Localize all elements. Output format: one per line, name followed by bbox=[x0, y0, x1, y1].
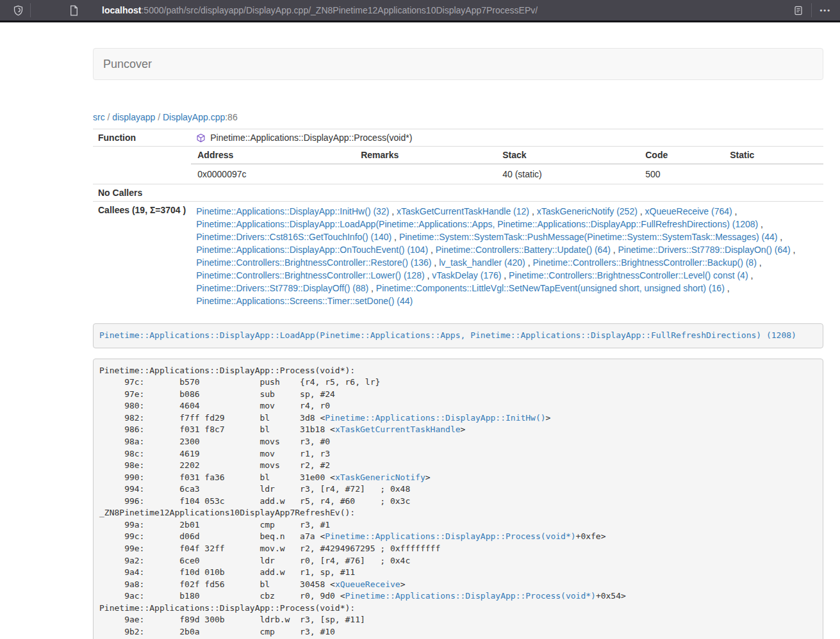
empty-label bbox=[93, 147, 191, 184]
col-static: Static bbox=[723, 147, 823, 164]
breadcrumb-line-number: :86 bbox=[225, 112, 237, 122]
page-icon[interactable] bbox=[69, 5, 79, 16]
browser-url-bar[interactable]: localhost:5000/path/src/displayapp/Displ… bbox=[0, 0, 840, 22]
symbol-link[interactable]: xQueueReceive bbox=[335, 579, 400, 589]
function-name-cell: Pinetime::Applications::DisplayApp::Proc… bbox=[191, 129, 823, 147]
callee-link[interactable]: Pinetime::Applications::Screens::Timer::… bbox=[196, 296, 413, 306]
symbol-link[interactable]: xTaskGenericNotify bbox=[335, 473, 425, 482]
callee-link[interactable]: Pinetime::Applications::DisplayApp::OnTo… bbox=[196, 245, 428, 255]
table-row: 0x0000097c 40 (static) 500 bbox=[191, 164, 823, 184]
function-name: Pinetime::Applications::DisplayApp::Proc… bbox=[210, 133, 412, 143]
page-container: Puncover src / displayapp / DisplayApp.c… bbox=[93, 48, 823, 639]
callee-link[interactable]: Pinetime::Applications::DisplayApp::Init… bbox=[196, 206, 389, 216]
symbol-link[interactable]: Pinetime::Applications::DisplayApp::Proc… bbox=[345, 591, 596, 601]
callee-link[interactable]: xTaskGenericNotify (252) bbox=[537, 206, 638, 216]
callee-link[interactable]: Pinetime::Controllers::BrightnessControl… bbox=[532, 257, 756, 268]
urlbar-divider bbox=[30, 3, 31, 17]
no-callers-label: No Callers bbox=[93, 184, 191, 202]
url-host: localhost bbox=[102, 5, 141, 15]
callees-row: Callees (19, Σ=3704 ) Pinetime::Applicat… bbox=[93, 202, 823, 311]
callee-link[interactable]: Pinetime::Applications::DisplayApp::Load… bbox=[196, 219, 758, 229]
callee-link[interactable]: Pinetime::Components::LittleVgl::SetNewT… bbox=[376, 283, 725, 293]
col-code: Code bbox=[639, 147, 723, 164]
menu-dots-icon[interactable]: ••• bbox=[819, 6, 831, 14]
col-stack: Stack bbox=[496, 147, 639, 164]
breadcrumb-separator: / bbox=[105, 112, 113, 122]
symbol-table: Function Pinetime::Applications::Display… bbox=[93, 129, 823, 311]
col-remarks: Remarks bbox=[354, 147, 496, 164]
symbol-link[interactable]: Pinetime::Applications::DisplayApp::Init… bbox=[325, 413, 545, 423]
loadapp-snippet: Pinetime::Applications::DisplayApp::Load… bbox=[93, 323, 823, 348]
callee-link[interactable]: lv_task_handler (420) bbox=[439, 257, 525, 268]
url-text[interactable]: localhost:5000/path/src/displayapp/Displ… bbox=[102, 5, 538, 15]
remarks-value bbox=[354, 164, 496, 184]
callee-link[interactable]: Pinetime::Controllers::BrightnessControl… bbox=[196, 257, 431, 268]
stack-value: 40 (static) bbox=[496, 164, 639, 184]
breadcrumb-link-src[interactable]: src bbox=[93, 112, 105, 122]
shield-icon[interactable] bbox=[13, 5, 24, 16]
callee-link[interactable]: Pinetime::Drivers::Cst816S::GetTouchInfo… bbox=[196, 232, 391, 242]
col-address: Address bbox=[191, 147, 354, 164]
loadapp-link[interactable]: Pinetime::Applications::DisplayApp::Load… bbox=[99, 330, 796, 340]
callees-list: Pinetime::Applications::DisplayApp::Init… bbox=[191, 202, 823, 311]
callee-link[interactable]: Pinetime::Controllers::BrightnessControl… bbox=[509, 270, 748, 280]
no-callers-row: No Callers bbox=[93, 184, 823, 202]
callee-link[interactable]: Pinetime::Controllers::BrightnessControl… bbox=[196, 270, 424, 280]
url-path: :5000/path/src/displayapp/DisplayApp.cpp… bbox=[141, 5, 538, 15]
symbol-stats-table: Address Remarks Stack Code Static 0x0000… bbox=[191, 147, 823, 184]
code-value: 500 bbox=[639, 164, 723, 184]
symbol-stats-row: Address Remarks Stack Code Static 0x0000… bbox=[93, 147, 823, 184]
callee-link[interactable]: Pinetime::System::SystemTask::PushMessag… bbox=[399, 232, 778, 242]
callee-link[interactable]: Pinetime::Controllers::Battery::Update()… bbox=[436, 245, 611, 255]
callee-link[interactable]: Pinetime::Drivers::St7789::DisplayOn() (… bbox=[618, 245, 791, 255]
breadcrumb: src / displayapp / DisplayApp.cpp:86 bbox=[93, 112, 823, 122]
assembly-listing: Pinetime::Applications::DisplayApp::Proc… bbox=[93, 359, 823, 639]
symbol-link[interactable]: xTaskGetCurrentTaskHandle bbox=[335, 425, 461, 434]
breadcrumb-link-DisplayApp.cpp[interactable]: DisplayApp.cpp bbox=[163, 112, 225, 122]
callees-label: Callees (19, Σ=3704 ) bbox=[93, 202, 191, 311]
no-callers-cell bbox=[191, 184, 823, 202]
breadcrumb-link-displayapp[interactable]: displayapp bbox=[112, 112, 155, 122]
callee-link[interactable]: xTaskGetCurrentTaskHandle (12) bbox=[397, 206, 529, 216]
function-label: Function bbox=[93, 129, 191, 147]
function-row: Function Pinetime::Applications::Display… bbox=[93, 129, 823, 147]
brand-link[interactable]: Puncover bbox=[103, 58, 152, 70]
static-value bbox=[723, 164, 823, 184]
callee-link[interactable]: Pinetime::Drivers::St7789::DisplayOff() … bbox=[196, 283, 368, 293]
callee-link[interactable]: xQueueReceive (764) bbox=[645, 206, 732, 216]
urlbar-divider bbox=[811, 3, 812, 17]
symbol-link[interactable]: Pinetime::Applications::DisplayApp::Proc… bbox=[325, 531, 575, 541]
navbar: Puncover bbox=[93, 48, 823, 80]
reader-view-icon[interactable] bbox=[793, 5, 803, 16]
breadcrumb-separator: / bbox=[155, 112, 163, 122]
callee-link[interactable]: vTaskDelay (176) bbox=[432, 270, 501, 280]
cube-icon bbox=[196, 133, 206, 143]
address-value: 0x0000097c bbox=[191, 164, 354, 184]
